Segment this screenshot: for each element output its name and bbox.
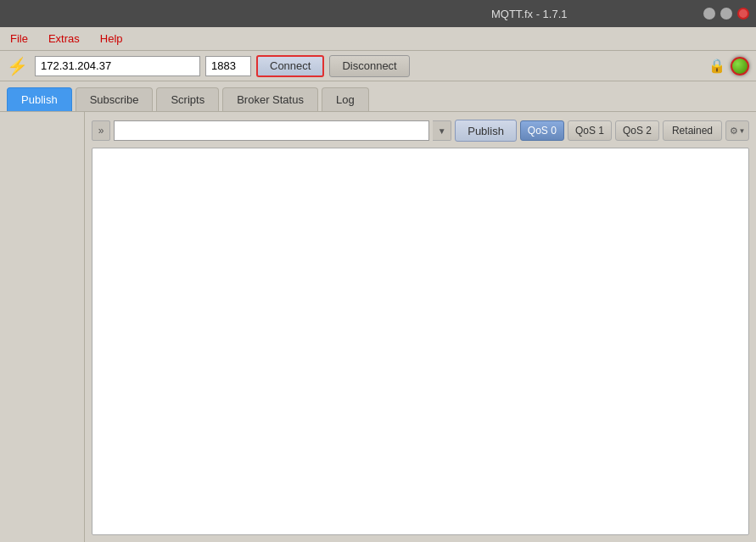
sidebar: [0, 112, 85, 542]
gear-icon: ⚙: [730, 126, 738, 137]
menu-bar: File Extras Help: [0, 27, 756, 51]
tab-publish[interactable]: Publish: [7, 87, 72, 111]
publish-action-button[interactable]: Publish: [455, 120, 517, 142]
message-area[interactable]: [92, 148, 749, 535]
topic-input[interactable]: [114, 120, 429, 141]
connection-status-indicator: [731, 57, 749, 75]
qos1-button[interactable]: QoS 1: [568, 120, 612, 141]
topic-bar: » ▼ Publish QoS 0 QoS 1 QoS 2 Retained ⚙…: [92, 119, 749, 142]
host-input[interactable]: [35, 56, 200, 76]
topic-dropdown-button[interactable]: ▼: [433, 120, 451, 141]
settings-button[interactable]: ⚙ ▼: [725, 120, 749, 141]
tab-subscribe[interactable]: Subscribe: [76, 87, 154, 111]
tab-scripts[interactable]: Scripts: [156, 87, 219, 111]
port-input[interactable]: [205, 56, 251, 76]
maximize-button[interactable]: □: [720, 8, 732, 20]
lock-icon: 🔒: [708, 58, 725, 74]
disconnect-button[interactable]: Disconnect: [329, 55, 409, 77]
tab-bar: Publish Subscribe Scripts Broker Status …: [0, 81, 756, 112]
connect-button[interactable]: Connect: [256, 55, 324, 77]
window-controls: — □ ✕: [703, 8, 749, 20]
menu-extras[interactable]: Extras: [45, 31, 83, 47]
minimize-button[interactable]: —: [703, 8, 715, 20]
window-title: MQTT.fx - 1.7.1: [356, 8, 704, 20]
publish-panel: » ▼ Publish QoS 0 QoS 1 QoS 2 Retained ⚙…: [85, 112, 756, 542]
chevron-down-icon: ▼: [438, 126, 446, 136]
title-bar: MQTT.fx - 1.7.1 — □ ✕: [0, 0, 756, 27]
main-content: » ▼ Publish QoS 0 QoS 1 QoS 2 Retained ⚙…: [0, 112, 756, 542]
history-chevron-button[interactable]: »: [92, 120, 110, 141]
menu-help[interactable]: Help: [97, 31, 126, 47]
menu-file[interactable]: File: [7, 31, 31, 47]
retained-button[interactable]: Retained: [663, 120, 722, 141]
tab-broker-status[interactable]: Broker Status: [222, 87, 318, 111]
qos0-button[interactable]: QoS 0: [520, 120, 564, 141]
toolbar: ⚡ Connect Disconnect 🔒: [0, 51, 756, 81]
qos2-button[interactable]: QoS 2: [615, 120, 659, 141]
chevron-right-icon: »: [98, 125, 104, 137]
lightning-icon: ⚡: [7, 56, 28, 76]
close-button[interactable]: ✕: [737, 8, 749, 20]
dropdown-arrow: ▼: [739, 127, 746, 135]
tab-log[interactable]: Log: [322, 87, 369, 111]
